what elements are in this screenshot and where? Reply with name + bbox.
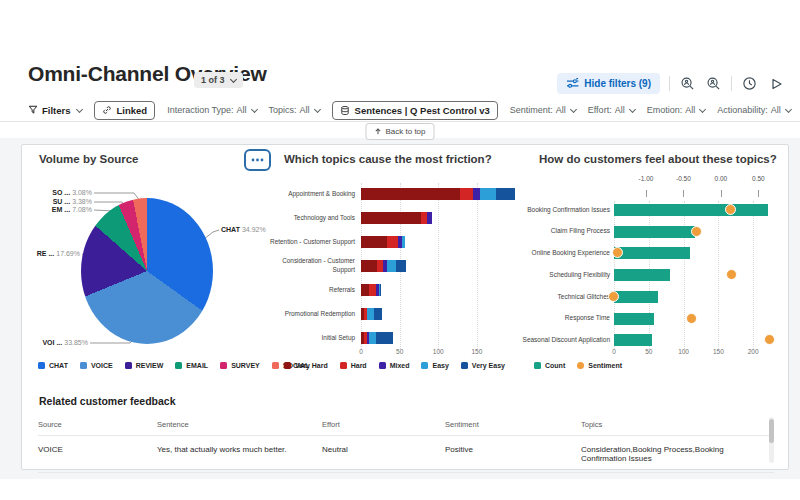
play-icon[interactable] bbox=[767, 75, 784, 92]
ellipsis-icon bbox=[251, 158, 264, 162]
bar-segment[interactable] bbox=[427, 212, 432, 224]
count-bar[interactable] bbox=[614, 226, 695, 238]
bar-segment[interactable] bbox=[361, 284, 369, 296]
chevron-down-icon bbox=[785, 105, 792, 112]
table-cell[interactable]: Positive bbox=[445, 436, 581, 473]
bar-segment[interactable] bbox=[374, 308, 382, 320]
preview-user-zoom-out-icon[interactable] bbox=[679, 75, 696, 92]
table-cell[interactable]: Consideration,Booking Process,Booking Co… bbox=[581, 436, 774, 473]
count-bar[interactable] bbox=[614, 204, 768, 216]
header-actions: Hide filters (9) bbox=[557, 73, 784, 94]
legend-swatch bbox=[220, 362, 227, 369]
legend-item[interactable]: Mixed bbox=[379, 362, 410, 369]
gridline bbox=[438, 183, 439, 349]
legend-item[interactable]: Very Hard bbox=[284, 362, 328, 369]
table-cell[interactable]: Neutral bbox=[322, 436, 445, 473]
filter-topics[interactable]: Topics: All bbox=[269, 105, 320, 115]
page-indicator: 1 of 3 bbox=[201, 75, 225, 85]
filter-interaction-type[interactable]: Interaction Type: All bbox=[167, 105, 256, 115]
legend-swatch bbox=[340, 362, 347, 369]
dataset-button[interactable]: Sentences | Q Pest Control v3 bbox=[332, 101, 498, 120]
legend-label: CHAT bbox=[49, 362, 68, 369]
category-label: Initial Setup bbox=[267, 327, 355, 349]
sentiment-axis-label: -1.00 bbox=[631, 175, 661, 182]
count-bar[interactable] bbox=[614, 334, 652, 346]
widgets-card: Volume by Source bbox=[21, 144, 789, 470]
pie-chart[interactable] bbox=[81, 198, 213, 344]
legend-item[interactable]: Count bbox=[534, 362, 565, 369]
legend-item[interactable]: SURVEY bbox=[220, 362, 260, 369]
category-label: Claim Filing Process bbox=[518, 224, 610, 240]
filter-emotion[interactable]: Emotion: All bbox=[647, 105, 706, 115]
bar-segment[interactable] bbox=[460, 188, 473, 200]
hide-filters-button[interactable]: Hide filters (9) bbox=[557, 73, 660, 94]
column-header: Topics bbox=[581, 413, 774, 436]
legend-label: REVIEW bbox=[136, 362, 164, 369]
bar-segment[interactable] bbox=[387, 236, 399, 248]
bar-segment[interactable] bbox=[496, 188, 515, 200]
gridline bbox=[477, 183, 478, 349]
legend-item[interactable]: Easy bbox=[421, 362, 448, 369]
legend-item[interactable]: EMAIL bbox=[175, 362, 208, 369]
filters-menu[interactable]: Filters bbox=[28, 105, 82, 116]
database-icon bbox=[340, 105, 350, 116]
x-tick-label: 150 bbox=[466, 348, 488, 355]
bar-segment[interactable] bbox=[380, 284, 382, 296]
legend-item[interactable]: Hard bbox=[340, 362, 367, 369]
back-to-top-button[interactable]: Back to top bbox=[365, 123, 434, 140]
sentiment-axis-tick bbox=[646, 190, 647, 197]
bar-segment[interactable] bbox=[361, 236, 387, 248]
sentiment-dot[interactable] bbox=[726, 269, 737, 280]
sentiment-dot[interactable] bbox=[764, 334, 775, 345]
filter-actionability[interactable]: Actionability: All bbox=[717, 105, 791, 115]
preview-user-zoom-in-icon[interactable] bbox=[705, 75, 722, 92]
bar-segment[interactable] bbox=[480, 188, 496, 200]
legend-item[interactable]: REVIEW bbox=[125, 362, 164, 369]
bar-segment[interactable] bbox=[361, 188, 460, 200]
bar-segment[interactable] bbox=[396, 260, 406, 272]
chevron-down-icon bbox=[629, 105, 636, 112]
bar-segment[interactable] bbox=[387, 260, 396, 272]
legend-item[interactable]: CHAT bbox=[38, 362, 68, 369]
count-axis-label: 50 bbox=[638, 348, 660, 355]
table-cell[interactable]: VOICE bbox=[38, 436, 157, 473]
table-cell[interactable]: Yes, that actually works much better. bbox=[157, 436, 322, 473]
pie-point-label: SU ...3.38% bbox=[36, 198, 92, 205]
x-tick-label: 50 bbox=[389, 348, 411, 355]
bar-segment[interactable] bbox=[361, 260, 377, 272]
count-bar[interactable] bbox=[614, 313, 654, 325]
history-clock-icon[interactable] bbox=[741, 75, 758, 92]
bar-segment[interactable] bbox=[402, 236, 405, 248]
dataset-label: Sentences | Q Pest Control v3 bbox=[355, 105, 490, 116]
page-indicator-badge[interactable]: 1 of 3 bbox=[194, 72, 243, 88]
pie-point-label: RE ...17.69% bbox=[24, 250, 80, 257]
bar-segment[interactable] bbox=[367, 308, 374, 320]
filter-effort[interactable]: Effort: All bbox=[588, 105, 635, 115]
scrollbar-thumb[interactable] bbox=[769, 419, 774, 443]
category-label: Promotional Redemption bbox=[267, 303, 355, 325]
category-label: Technical Glitches bbox=[518, 289, 610, 305]
legend-item[interactable]: Very Easy bbox=[461, 362, 505, 369]
pie-point-label: EM ...7.08% bbox=[36, 206, 92, 213]
legend-item[interactable]: VOICE bbox=[80, 362, 113, 369]
sentiment-dot[interactable] bbox=[691, 226, 702, 237]
sentiment-dot[interactable] bbox=[608, 291, 619, 302]
filters-label: Filters bbox=[42, 105, 71, 116]
bar-segment[interactable] bbox=[369, 284, 376, 296]
count-bar[interactable] bbox=[614, 291, 658, 303]
legend-label: SURVEY bbox=[231, 362, 260, 369]
count-bar[interactable] bbox=[614, 269, 670, 281]
linked-button[interactable]: Linked bbox=[94, 101, 156, 120]
divider bbox=[669, 76, 670, 91]
bar-segment[interactable] bbox=[369, 332, 377, 344]
sentiment-axis-tick bbox=[721, 190, 722, 197]
stacked-bar bbox=[361, 284, 381, 296]
sentiment-dot[interactable] bbox=[686, 313, 697, 324]
bar-segment[interactable] bbox=[376, 332, 392, 344]
count-bar[interactable] bbox=[614, 247, 690, 259]
bar-segment[interactable] bbox=[473, 188, 480, 200]
table-scrollbar[interactable] bbox=[769, 417, 774, 463]
bar-segment[interactable] bbox=[361, 212, 421, 224]
filter-sentiment[interactable]: Sentiment: All bbox=[510, 105, 576, 115]
legend-item[interactable]: Sentiment bbox=[577, 362, 622, 369]
